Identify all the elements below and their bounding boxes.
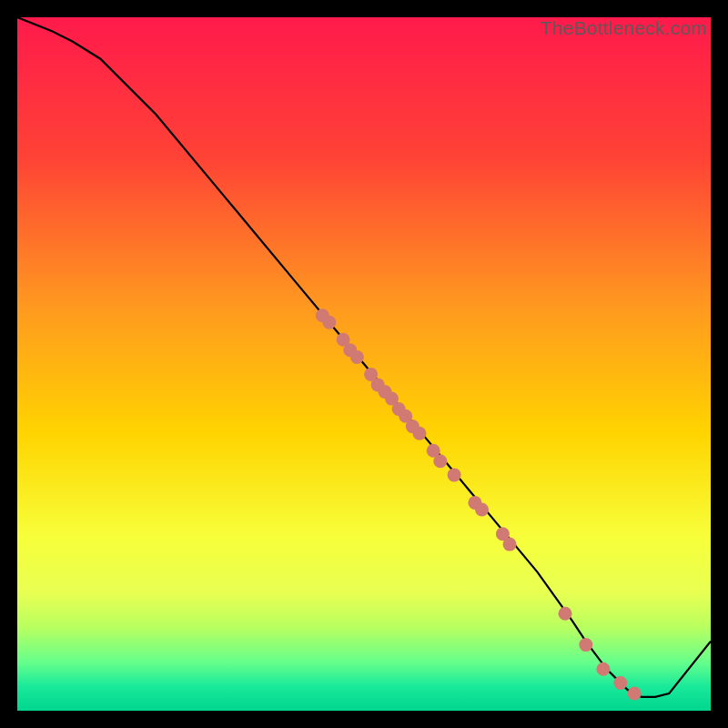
data-point (413, 427, 427, 440)
data-point (613, 676, 627, 690)
data-point (503, 538, 517, 551)
bottleneck-chart (17, 17, 711, 711)
data-point (628, 687, 642, 701)
data-point (322, 316, 336, 329)
data-point (596, 662, 610, 676)
data-point (559, 607, 572, 621)
data-point (350, 350, 364, 364)
data-point (448, 468, 461, 481)
chart-frame: TheBottleneck.com (17, 17, 711, 711)
data-point (475, 503, 489, 517)
watermark-text: TheBottleneck.com (541, 17, 707, 39)
data-point (433, 454, 447, 468)
data-point (579, 638, 592, 652)
